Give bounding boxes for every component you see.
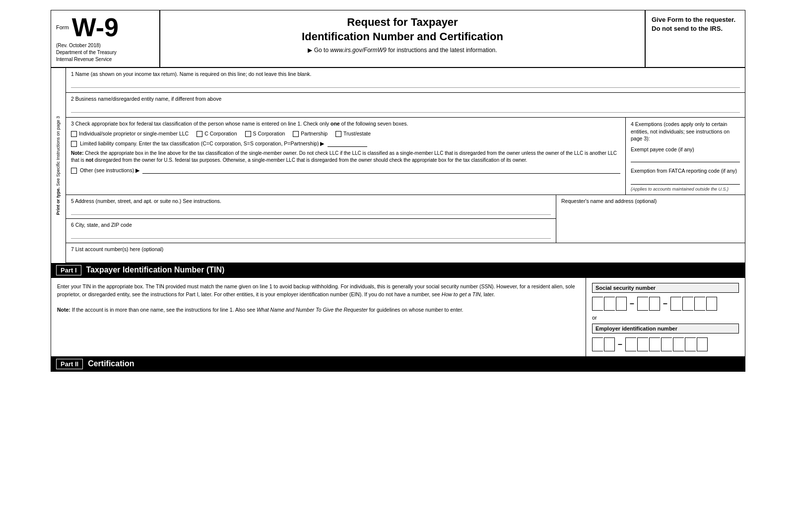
part1-header: Part I Taxpayer Identification Number (T… — [51, 263, 745, 278]
ein-box-6[interactable] — [661, 337, 672, 351]
header-center: Request for Taxpayer Identification Numb… — [160, 10, 646, 67]
ein-box-2[interactable] — [604, 337, 615, 351]
partnership-checkbox-item: Partnership — [293, 131, 328, 137]
ein-box-7[interactable] — [673, 337, 684, 351]
or-text: or — [592, 315, 739, 321]
ssn-box-7[interactable] — [682, 297, 693, 311]
field5-label: 5 Address (number, street, and apt. or s… — [71, 198, 221, 204]
other-row: Other (see instructions) ▶ — [71, 167, 620, 174]
llc-label: Limited liability company. Enter the tax… — [80, 140, 325, 146]
ssn-boxes: – – — [592, 297, 739, 311]
rev-date: (Rev. October 2018) — [56, 42, 154, 49]
field1-row: 1 Name (as shown on your income tax retu… — [66, 68, 745, 93]
requester-label: Requester's name and address (optional) — [561, 198, 657, 204]
row3-4: 3 Check appropriate box for federal tax … — [66, 118, 745, 195]
part1-para1: Enter your TIN in the appropriate box. T… — [57, 283, 580, 299]
other-input[interactable] — [142, 167, 620, 174]
row4-title: 4 Exemptions (codes apply only to certai… — [631, 121, 740, 142]
c-corp-label: C Corporation — [204, 131, 237, 136]
exempt-label: Exempt payee code (if any) — [631, 146, 740, 152]
llc-input[interactable] — [328, 140, 367, 147]
note-bold: Note: — [71, 150, 84, 156]
partnership-label: Partnership — [301, 131, 328, 136]
field2-input[interactable] — [71, 104, 740, 113]
goto-line: Go to www.irs.gov/FormW9 for instruction… — [170, 47, 635, 54]
header-right: Give Form to the requester. Do not send … — [646, 10, 745, 67]
row3-label-start: 3 Check appropriate box for federal tax … — [71, 121, 331, 127]
c-corp-checkbox[interactable] — [197, 131, 202, 137]
side-label-normal: See Specific Instructions on page 3 — [56, 116, 61, 186]
trust-checkbox[interactable] — [335, 131, 341, 137]
form-w9: Form W-9 (Rev. October 2018) Department … — [51, 10, 745, 372]
field5-input[interactable] — [71, 206, 551, 215]
ssn-box-3[interactable] — [616, 297, 627, 311]
ein-box-9[interactable] — [697, 337, 708, 351]
checkboxes-row: Individual/sole proprietor or single-mem… — [71, 131, 620, 137]
field7-row: 7 List account number(s) here (optional) — [66, 243, 745, 263]
other-label: Other (see instructions) ▶ — [80, 167, 139, 173]
main-title-line1: Request for Taxpayer — [170, 15, 635, 30]
part1-note-italic: What Name and Number To Give the Request… — [257, 307, 368, 313]
exempt-input[interactable] — [631, 154, 740, 162]
field6-row: 6 City, state, and ZIP code — [66, 219, 556, 243]
ein-box-4[interactable] — [637, 337, 648, 351]
part2-title: Certification — [88, 359, 134, 368]
row4: 4 Exemptions (codes apply only to certai… — [626, 118, 745, 195]
header-left: Form W-9 (Rev. October 2018) Department … — [51, 10, 160, 67]
individual-label: Individual/sole proprietor or single-mem… — [79, 131, 189, 136]
requester-section: Requester's name and address (optional) — [556, 195, 745, 243]
side-label: Print or type. See Specific Instructions… — [51, 68, 66, 263]
part1-note-text2: for guidelines on whose number to enter. — [368, 307, 464, 313]
form-header: Form W-9 (Rev. October 2018) Department … — [51, 10, 745, 68]
dept2: Internal Revenue Service — [56, 56, 154, 63]
ssn-dash2: – — [663, 299, 667, 308]
goto-prefix: Go to — [314, 47, 331, 54]
goto-suffix: for instructions and the latest informat… — [387, 47, 497, 54]
ssn-group3 — [670, 297, 717, 311]
row3-label-end: of the following seven boxes. — [340, 121, 408, 127]
individual-checkbox[interactable] — [71, 131, 77, 137]
field6-input[interactable] — [71, 230, 551, 239]
field1-label: 1 Name (as shown on your income tax retu… — [71, 71, 740, 77]
ssn-box-9[interactable] — [706, 297, 717, 311]
ein-boxes: – — [592, 337, 739, 351]
ssn-title: Social security number — [592, 283, 739, 293]
main-title: Request for Taxpayer Identification Numb… — [170, 15, 635, 44]
w9-title: W-9 — [72, 14, 119, 40]
form-label: Form — [56, 24, 69, 30]
fatca-label: Exemption from FATCA reporting code (if … — [631, 167, 740, 175]
main-content: 1 Name (as shown on your income tax retu… — [66, 68, 745, 263]
llc-row: Limited liability company. Enter the tax… — [71, 140, 620, 147]
fatca-input[interactable] — [631, 177, 740, 185]
part1-text1: Enter your TIN in the appropriate box. T… — [57, 283, 575, 297]
partnership-checkbox[interactable] — [293, 131, 299, 137]
ein-box-8[interactable] — [685, 337, 696, 351]
applies-text: (Applies to accounts maintained outside … — [631, 187, 740, 192]
tin-section: Social security number – – — [586, 278, 745, 356]
trust-checkbox-item: Trust/estate — [335, 131, 371, 137]
ein-title: Employer identification number — [592, 324, 739, 333]
ein-box-5[interactable] — [649, 337, 660, 351]
ssn-box-4[interactable] — [637, 297, 648, 311]
s-corp-checkbox[interactable] — [245, 131, 251, 137]
c-corp-checkbox-item: C Corporation — [197, 131, 237, 137]
trust-label: Trust/estate — [343, 131, 371, 136]
ein-box-3[interactable] — [625, 337, 636, 351]
part1-para2: Note: If the account is in more than one… — [57, 306, 580, 314]
ein-box-1[interactable] — [592, 337, 603, 351]
part1-note-bold: Note: — [57, 307, 70, 313]
header-right-text: Give Form to the requester. Do not send … — [652, 16, 735, 32]
field5-row: 5 Address (number, street, and apt. or s… — [66, 195, 556, 219]
llc-checkbox[interactable] — [71, 141, 77, 147]
field6-label: 6 City, state, and ZIP code — [71, 222, 132, 228]
part1-text-section: Enter your TIN in the appropriate box. T… — [51, 278, 586, 356]
row3-label-bold: one — [331, 121, 340, 127]
ssn-box-6[interactable] — [670, 297, 681, 311]
ssn-box-1[interactable] — [592, 297, 603, 311]
ssn-box-8[interactable] — [694, 297, 705, 311]
ssn-box-5[interactable] — [649, 297, 660, 311]
main-title-line2: Identification Number and Certification — [170, 30, 635, 44]
field1-input[interactable] — [71, 79, 740, 88]
other-checkbox[interactable] — [71, 168, 77, 174]
ssn-box-2[interactable] — [604, 297, 615, 311]
